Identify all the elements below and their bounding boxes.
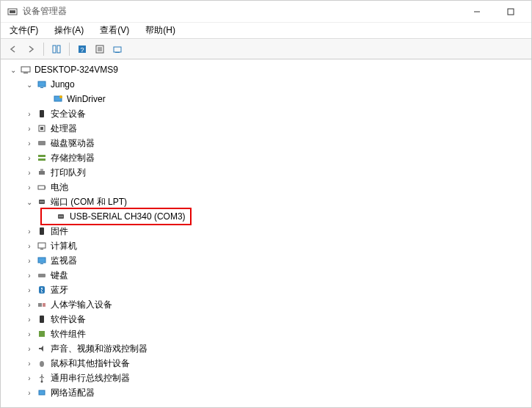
device-tree[interactable]: ⌄ DESKTOP-324VMS9 ⌄ Jungo WinDriver › 安全… (1, 59, 531, 407)
chevron-right-icon[interactable]: › (24, 387, 34, 398)
chevron-right-icon[interactable]: › (24, 138, 34, 148)
svg-rect-27 (40, 169, 43, 171)
tree-label: WinDriver (67, 94, 106, 104)
tree-node-network[interactable]: › 网络适配器 (4, 385, 531, 400)
chevron-right-icon[interactable]: › (24, 226, 34, 236)
tree-node-computer[interactable]: › 计算机 (4, 238, 531, 253)
svg-rect-25 (38, 159, 45, 161)
chevron-right-icon[interactable]: › (24, 329, 34, 339)
tree-node-monitors[interactable]: › 监视器 (4, 253, 531, 268)
svg-rect-39 (38, 243, 45, 248)
mouse-icon (36, 357, 48, 369)
chevron-down-icon[interactable]: ⌄ (8, 65, 18, 75)
menu-help[interactable]: 帮助(H) (142, 23, 178, 38)
chevron-right-icon[interactable]: › (24, 241, 34, 251)
svg-rect-47 (40, 316, 44, 323)
tree-node-usb[interactable]: › 通用串行总线控制器 (4, 371, 531, 385)
svg-point-33 (43, 201, 44, 203)
software-icon (36, 313, 48, 325)
computer-icon (20, 64, 32, 76)
svg-rect-23 (38, 141, 45, 145)
tree-label: 蓝牙 (51, 284, 68, 296)
svg-rect-41 (38, 258, 45, 263)
svg-rect-5 (57, 45, 60, 53)
properties-button[interactable] (92, 41, 108, 57)
tree-label: 软件设备 (51, 313, 86, 326)
tree-node-softdev[interactable]: › 软件设备 (4, 312, 531, 327)
menu-action[interactable]: 操作(A) (51, 23, 87, 38)
svg-rect-3 (508, 9, 514, 15)
tree-node-sound[interactable]: › 声音、视频和游戏控制器 (4, 341, 531, 356)
tree-node-security[interactable]: › 安全设备 (4, 106, 531, 121)
svg-rect-48 (39, 331, 45, 337)
svg-rect-28 (38, 186, 45, 189)
tree-label: 网络适配器 (51, 387, 95, 399)
help-button[interactable]: ? (74, 41, 90, 57)
expander-empty (43, 211, 54, 222)
tree-node-jungo[interactable]: ⌄ Jungo (4, 77, 531, 92)
tree-label: Jungo (51, 79, 75, 90)
chevron-right-icon[interactable]: › (24, 373, 34, 383)
forward-button[interactable] (23, 41, 39, 57)
tree-node-diskdrives[interactable]: › 磁盘驱动器 (4, 136, 531, 150)
svg-rect-1 (10, 10, 15, 13)
chevron-right-icon[interactable]: › (24, 255, 34, 266)
chevron-right-icon[interactable]: › (24, 358, 34, 368)
chevron-right-icon[interactable]: › (24, 109, 34, 119)
show-hide-tree-button[interactable] (48, 41, 65, 57)
chevron-right-icon[interactable]: › (24, 285, 34, 295)
chevron-right-icon[interactable]: › (24, 182, 34, 192)
tree-node-hid[interactable]: › 人体学输入设备 (4, 297, 531, 312)
hid-icon (36, 299, 48, 310)
chevron-right-icon[interactable]: › (24, 153, 34, 163)
tree-node-windriver[interactable]: WinDriver (4, 92, 531, 106)
chevron-right-icon[interactable]: › (24, 123, 34, 134)
tree-node-mice[interactable]: › 鼠标和其他指针设备 (4, 356, 531, 371)
tree-node-ports[interactable]: ⌄ 端口 (COM 和 LPT) (4, 194, 531, 209)
tree-node-storage[interactable]: › 存储控制器 (4, 150, 531, 165)
battery-icon (36, 181, 48, 193)
tree-root[interactable]: ⌄ DESKTOP-324VMS9 (4, 62, 531, 77)
svg-rect-40 (40, 249, 43, 249)
driver-icon (52, 93, 64, 105)
back-button[interactable] (5, 41, 21, 57)
svg-rect-4 (53, 45, 56, 53)
component-icon (36, 328, 48, 340)
tree-node-bluetooth[interactable]: › 蓝牙 (4, 283, 531, 297)
svg-point-50 (41, 381, 43, 383)
svg-rect-24 (38, 155, 45, 157)
chevron-down-icon[interactable]: ⌄ (24, 79, 34, 90)
tree-label: 安全设备 (51, 108, 86, 120)
chevron-right-icon[interactable]: › (24, 314, 34, 324)
scan-hardware-button[interactable] (109, 41, 125, 57)
expander-empty (40, 94, 51, 104)
highlight-box: USB-SERIAL CH340 (COM3) (40, 208, 192, 225)
tree-node-firmware[interactable]: › 固件 (4, 224, 531, 238)
sound-icon (36, 343, 48, 354)
menu-file[interactable]: 文件(F) (7, 23, 41, 38)
port-icon (36, 196, 48, 208)
minimize-button[interactable] (467, 4, 487, 19)
tree-node-processors[interactable]: › 处理器 (4, 121, 531, 136)
svg-point-35 (59, 216, 60, 217)
chevron-down-icon[interactable]: ⌄ (24, 197, 34, 207)
svg-rect-22 (40, 127, 43, 130)
chevron-right-icon[interactable]: › (24, 299, 34, 310)
network-icon (36, 387, 48, 398)
svg-rect-51 (39, 390, 45, 395)
tree-label: 计算机 (51, 240, 77, 252)
chevron-right-icon[interactable]: › (24, 270, 34, 280)
svg-rect-43 (38, 274, 45, 277)
tree-node-batteries[interactable]: › 电池 (4, 180, 531, 194)
tree-node-softcomp[interactable]: › 软件组件 (4, 327, 531, 341)
tree-node-usbserial[interactable]: USB-SERIAL CH340 (COM3) (4, 209, 531, 224)
maximize-button[interactable] (500, 4, 521, 19)
menu-view[interactable]: 查看(V) (97, 23, 132, 38)
cpu-icon (36, 123, 48, 134)
svg-rect-26 (39, 171, 45, 175)
tree-node-printqueues[interactable]: › 打印队列 (4, 165, 531, 180)
tree-node-keyboards[interactable]: › 键盘 (4, 268, 531, 283)
svg-rect-12 (114, 47, 121, 52)
chevron-right-icon[interactable]: › (24, 343, 34, 354)
chevron-right-icon[interactable]: › (24, 167, 34, 178)
